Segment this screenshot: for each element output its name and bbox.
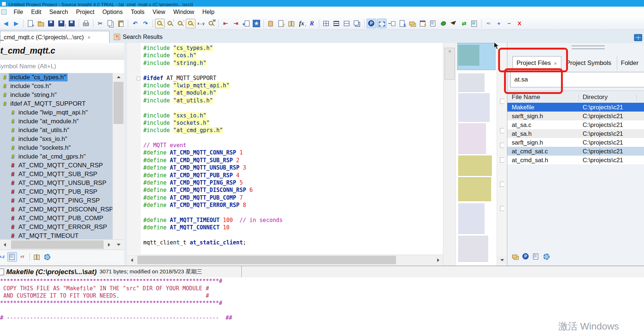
paste-button[interactable]: [116, 19, 126, 28]
remove-file-button[interactable]: −: [504, 19, 514, 28]
file-row[interactable]: at_cmd_sat.cC:\projects\c21: [507, 147, 644, 156]
scroll-up-icon[interactable]: [113, 73, 124, 81]
scroll-right-icon[interactable]: [104, 240, 114, 250]
symbol-item[interactable]: #AT_CMD_MQTT_UNSUB_RSP: [0, 179, 112, 188]
symbol-item[interactable]: #AT_CMD_MQTT_CONN_RSP: [0, 161, 112, 170]
search-button[interactable]: [155, 19, 165, 28]
cut-button[interactable]: ✂: [96, 19, 105, 28]
menu-options[interactable]: Options: [98, 8, 127, 16]
scroll-left-icon[interactable]: [0, 240, 10, 250]
symbol-item[interactable]: #AT_CMD_MQTT_PUB_RSP: [0, 188, 112, 196]
file-row[interactable]: sarft_sign.hC:\projects\c21: [507, 112, 644, 120]
symbol-list-hscrollbar[interactable]: [0, 239, 124, 250]
scrollbar-thumb[interactable]: ≡: [445, 48, 455, 80]
nav-back-button[interactable]: ◀: [1, 19, 11, 28]
overview-marks-bar[interactable]: [497, 43, 507, 266]
menu-project[interactable]: Project: [72, 8, 98, 16]
file-filter-input[interactable]: [511, 72, 644, 87]
full-window-button[interactable]: [332, 19, 341, 28]
fold-marker[interactable]: [137, 77, 140, 80]
tab-project-symbols[interactable]: Project Symbols: [562, 56, 614, 70]
project-window-button[interactable]: P: [367, 19, 376, 28]
library-books-button[interactable]: [287, 19, 296, 28]
menu-edit[interactable]: Edit: [27, 8, 46, 16]
scrollbar-thumb[interactable]: [114, 82, 123, 124]
symbol-item[interactable]: #include "lwip_mqtt_api.h": [0, 108, 112, 117]
compare-files-button[interactable]: [469, 19, 479, 28]
jump-caller-button[interactable]: ⇤: [221, 19, 230, 28]
symbol-item[interactable]: #include "cos.h": [0, 82, 112, 91]
detail-list-view-button[interactable]: [531, 252, 541, 261]
symbol-panel-options-button[interactable]: [42, 252, 52, 262]
save-file-button[interactable]: [46, 19, 56, 28]
browse-symbol-button[interactable]: [266, 19, 276, 28]
scroll-down-icon[interactable]: [497, 256, 507, 265]
minimap[interactable]: [456, 43, 497, 266]
toggle-context-panel-button[interactable]: [241, 19, 251, 28]
symbol-list[interactable]: #include "cs_types.h"#include "cos.h"#in…: [0, 73, 112, 239]
favorites-button[interactable]: ★: [252, 19, 261, 28]
symbol-item[interactable]: #include "at_utils.h": [0, 126, 112, 135]
file-row[interactable]: at_sa.cC:\projects\c21: [507, 120, 644, 129]
tab-search-results[interactable]: ?¦ Search Results: [112, 31, 182, 43]
symbol-item[interactable]: #AT_CMD_MQTT_PUB_COMP: [0, 214, 112, 223]
copy-button[interactable]: [106, 19, 115, 28]
save-as-button[interactable]: a: [67, 19, 76, 28]
close-tab-icon[interactable]: ×: [87, 34, 91, 40]
symbol-item[interactable]: #AT_MQTT_TIMEOUT: [0, 232, 112, 239]
symbol-item[interactable]: #AT_CMD_MQTT_ERROR_RSP: [0, 223, 112, 232]
menu-search[interactable]: Search: [45, 8, 72, 16]
close-tab-icon[interactable]: ×: [554, 60, 557, 66]
search-web-button[interactable]: w: [206, 19, 216, 28]
add-remove-file-button[interactable]: +/-: [484, 19, 493, 28]
sync-windows-button[interactable]: ⇄: [459, 19, 469, 28]
play-macro-button[interactable]: R: [307, 19, 317, 28]
title-bar[interactable]: Untitled Project Project - Source Insigh…: [0, 0, 644, 7]
symbol-item[interactable]: #include "sockets.h": [0, 143, 112, 152]
mdi-child-icon[interactable]: [1, 9, 7, 15]
add-file-button[interactable]: +: [494, 19, 504, 28]
split-window-button[interactable]: [342, 19, 352, 28]
file-row[interactable]: at_cmd_sat.hC:\projects\c21: [507, 156, 644, 164]
file-row[interactable]: sarft_sign.hC:\projects\c21: [507, 138, 644, 147]
tab-at-cmd-mqtt[interactable]: at_cmd_mqtt.c (C:\projects\...\src) ×: [0, 31, 109, 43]
function-up-button[interactable]: fx↑: [297, 19, 306, 28]
file-row[interactable]: at_sa.hC:\projects\c21: [507, 129, 644, 138]
scrollbar-thumb[interactable]: [137, 256, 396, 264]
panel-drag-grip[interactable]: [572, 46, 605, 49]
symbol-item[interactable]: #include "cs_types.h": [0, 73, 112, 82]
code-editor[interactable]: #include "cs_types.h"#include "cos.h"#in…: [127, 43, 443, 266]
project-panel-options-button[interactable]: [542, 252, 551, 261]
tab-project-files[interactable]: Project Files ×: [512, 56, 561, 70]
symbol-help-button[interactable]: ?: [276, 19, 286, 28]
save-all-button[interactable]: !: [57, 19, 66, 28]
context-window-content[interactable]: ****************************************…: [0, 277, 644, 331]
menu-view[interactable]: View: [148, 8, 169, 16]
symbol-item[interactable]: #include "sxs_io.h": [0, 135, 112, 143]
undo-button[interactable]: ↶: [130, 19, 140, 28]
search-in-files-button[interactable]: [186, 19, 195, 28]
docked-panel-icon[interactable]: [634, 34, 642, 41]
open-file-button[interactable]: [36, 19, 46, 28]
scroll-down-icon[interactable]: [114, 240, 123, 250]
replace-button[interactable]: x→y: [196, 19, 206, 28]
nav-forward-button[interactable]: ▶: [11, 19, 21, 28]
menu-file[interactable]: File: [10, 8, 27, 16]
clip-window-button[interactable]: [408, 19, 417, 28]
search-forward-button[interactable]: ↓: [176, 19, 185, 28]
window-list-button[interactable]: [428, 19, 438, 28]
menu-window[interactable]: Window: [169, 8, 198, 16]
document-book-button[interactable]: [32, 252, 42, 262]
sort-alphabetic-button[interactable]: A-Z: [0, 252, 7, 262]
group-by-type-button[interactable]: #T: [18, 252, 27, 262]
list-view-button[interactable]: [7, 252, 17, 262]
scroll-left-icon[interactable]: [127, 255, 137, 265]
draw-rectangle-button[interactable]: [377, 19, 386, 28]
symbol-item[interactable]: #ifdef AT_MQTT_SUPPORT: [0, 99, 112, 108]
symbol-item[interactable]: #AT_CMD_MQTT_DISCONN_RSP: [0, 205, 112, 214]
context-window-header[interactable]: Makefile (C:\projects\...\sat) 3071 byte…: [0, 266, 644, 278]
column-header-directory[interactable]: Directory: [579, 94, 637, 101]
editor-hscrollbar[interactable]: [127, 255, 443, 265]
scrollbar-thumb[interactable]: [11, 240, 104, 249]
menu-tools[interactable]: Tools: [127, 8, 148, 16]
